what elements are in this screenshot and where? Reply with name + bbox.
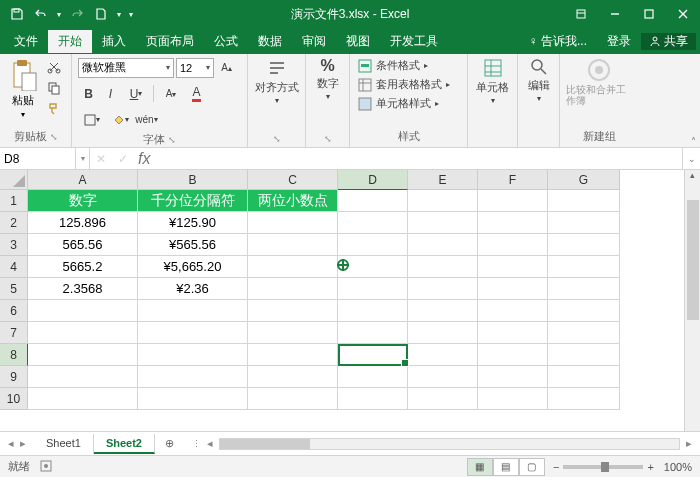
row-head-1[interactable]: 1 (0, 190, 28, 212)
redo-icon[interactable] (66, 3, 88, 25)
cell-A9[interactable] (28, 366, 138, 388)
name-box-dropdown[interactable]: ▾ (76, 148, 90, 169)
cut-icon[interactable] (44, 57, 64, 77)
expand-formula-bar-icon[interactable]: ⌄ (682, 148, 700, 169)
new-icon[interactable] (90, 3, 112, 25)
cell-B7[interactable] (138, 322, 248, 344)
tab-文件[interactable]: 文件 (4, 30, 48, 53)
horizontal-scrollbar[interactable] (219, 438, 680, 450)
cell-C4[interactable] (248, 256, 338, 278)
name-box[interactable] (0, 148, 76, 169)
normal-view-icon[interactable]: ▦ (467, 458, 493, 476)
sheet-tab-Sheet2[interactable]: Sheet2 (94, 434, 155, 454)
zoom-in-icon[interactable]: + (647, 461, 653, 473)
col-head-G[interactable]: G (548, 170, 620, 190)
cell-F7[interactable] (478, 322, 548, 344)
page-layout-view-icon[interactable]: ▤ (493, 458, 519, 476)
format-painter-icon[interactable] (44, 99, 64, 119)
tab-页面布局[interactable]: 页面布局 (136, 30, 204, 53)
fx-icon[interactable]: fx (134, 150, 154, 168)
cell-F3[interactable] (478, 234, 548, 256)
row-head-8[interactable]: 8 (0, 344, 28, 366)
cell-C2[interactable] (248, 212, 338, 234)
zoom-out-icon[interactable]: − (553, 461, 559, 473)
undo-icon[interactable] (30, 3, 52, 25)
cell-E7[interactable] (408, 322, 478, 344)
cell-D8[interactable] (338, 344, 408, 366)
ribbon-options-icon[interactable] (564, 0, 598, 28)
cell-F10[interactable] (478, 388, 548, 410)
tab-开发工具[interactable]: 开发工具 (380, 30, 448, 53)
cell-B2[interactable]: ¥125.90 (138, 212, 248, 234)
formula-input[interactable] (154, 148, 682, 169)
underline-button[interactable]: U ▾ (122, 83, 150, 104)
cell-E3[interactable] (408, 234, 478, 256)
cell-C1[interactable]: 两位小数点 (248, 190, 338, 212)
cell-A7[interactable] (28, 322, 138, 344)
cell-F1[interactable] (478, 190, 548, 212)
qat-customize[interactable]: ▾ (126, 3, 136, 25)
cell-E1[interactable] (408, 190, 478, 212)
cell-A2[interactable]: 125.896 (28, 212, 138, 234)
number-format-button[interactable]: %数字▾ (317, 57, 339, 101)
cell-G5[interactable] (548, 278, 620, 300)
conditional-format-button[interactable]: 条件格式 ▸ (356, 57, 452, 74)
sheet-tab-Sheet1[interactable]: Sheet1 (34, 434, 94, 454)
cell-C10[interactable] (248, 388, 338, 410)
cell-A10[interactable] (28, 388, 138, 410)
save-icon[interactable] (6, 3, 28, 25)
font-name-combo[interactable]: ▾ (78, 58, 174, 78)
cell-F8[interactable] (478, 344, 548, 366)
font-size-combo[interactable]: ▾ (176, 58, 214, 78)
tab-开始[interactable]: 开始 (48, 30, 92, 53)
cell-G1[interactable] (548, 190, 620, 212)
prev-sheet-icon[interactable]: ◂ (8, 437, 14, 450)
new-sheet-button[interactable]: ⊕ (155, 437, 184, 450)
cell-G6[interactable] (548, 300, 620, 322)
row-head-9[interactable]: 9 (0, 366, 28, 388)
bold-button[interactable]: B (78, 83, 99, 104)
cell-G4[interactable] (548, 256, 620, 278)
cell-F6[interactable] (478, 300, 548, 322)
italic-button[interactable]: I (100, 83, 121, 104)
cell-styles-button[interactable]: 单元格样式 ▸ (356, 95, 452, 112)
cell-B9[interactable] (138, 366, 248, 388)
cell-D2[interactable] (338, 212, 408, 234)
cell-C5[interactable] (248, 278, 338, 300)
tab-视图[interactable]: 视图 (336, 30, 380, 53)
cell-C7[interactable] (248, 322, 338, 344)
row-head-5[interactable]: 5 (0, 278, 28, 300)
scroll-right-icon[interactable]: ▸ (686, 437, 692, 450)
cell-E5[interactable] (408, 278, 478, 300)
border-icon[interactable]: ▾ (78, 109, 106, 130)
cell-D9[interactable] (338, 366, 408, 388)
login-link[interactable]: 登录 (597, 30, 641, 53)
phonetic-icon[interactable]: wén▾ (136, 109, 157, 130)
col-head-D[interactable]: D (338, 170, 408, 190)
cell-F2[interactable] (478, 212, 548, 234)
cell-F5[interactable] (478, 278, 548, 300)
minimize-icon[interactable] (598, 0, 632, 28)
share-button[interactable]: 共享 (641, 33, 696, 50)
cell-G3[interactable] (548, 234, 620, 256)
col-head-F[interactable]: F (478, 170, 548, 190)
grow-font-icon[interactable]: A▴ (216, 57, 237, 78)
cell-C3[interactable] (248, 234, 338, 256)
cell-A8[interactable] (28, 344, 138, 366)
cell-G2[interactable] (548, 212, 620, 234)
row-head-10[interactable]: 10 (0, 388, 28, 410)
cell-B3[interactable]: ¥565.56 (138, 234, 248, 256)
cell-B5[interactable]: ¥2.36 (138, 278, 248, 300)
cell-C6[interactable] (248, 300, 338, 322)
col-head-B[interactable]: B (138, 170, 248, 190)
row-head-3[interactable]: 3 (0, 234, 28, 256)
cell-E8[interactable] (408, 344, 478, 366)
tab-公式[interactable]: 公式 (204, 30, 248, 53)
close-icon[interactable] (666, 0, 700, 28)
cell-B8[interactable] (138, 344, 248, 366)
cell-D1[interactable] (338, 190, 408, 212)
next-sheet-icon[interactable]: ▸ (20, 437, 26, 450)
tab-数据[interactable]: 数据 (248, 30, 292, 53)
macro-record-icon[interactable] (40, 460, 52, 474)
cell-D10[interactable] (338, 388, 408, 410)
